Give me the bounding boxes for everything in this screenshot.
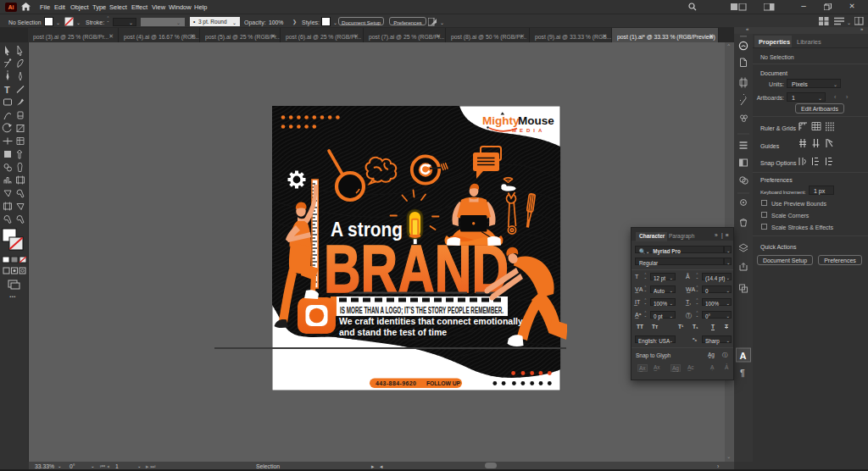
svg-text:Mighty: Mighty (482, 114, 520, 127)
svg-text:We craft identities that conne: We craft identities that connect emotion… (339, 316, 523, 326)
svg-text:...: ... (9, 291, 16, 299)
svg-text:and stand the test of time: and stand the test of time (339, 327, 447, 337)
svg-text:A: A (740, 351, 747, 361)
svg-text:FOLLOW UP: FOLLOW UP (426, 380, 460, 386)
svg-text:¶: ¶ (740, 368, 745, 378)
svg-text:443-884-9620: 443-884-9620 (376, 380, 416, 386)
svg-text:Mouse: Mouse (518, 114, 554, 127)
svg-text:T: T (4, 85, 10, 95)
svg-text:IS MORE THAN A LOGO; IT’S THE: IS MORE THAN A LOGO; IT’S THE STORY PEOP… (340, 305, 504, 315)
